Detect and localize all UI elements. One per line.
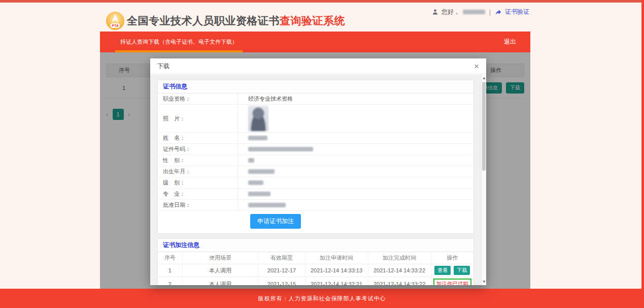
cert-field-row: 批准日期：: [158, 200, 473, 211]
annotation-cell-serial: 2: [158, 277, 182, 286]
annotation-cell-actions: 查看下载: [431, 264, 473, 277]
site-title-main: 全国专业技术人员职业资格证书: [127, 15, 280, 26]
tab-holder-query-download[interactable]: 持证人查询下载（含电子证书、电子文件下载）: [115, 32, 243, 52]
annotation-cell-scene: 本人调用: [182, 277, 258, 286]
pta-logo: PTA: [106, 12, 124, 30]
field-label: 出生年月：: [158, 166, 238, 177]
redacted-value: [248, 158, 254, 163]
annotation-cell-valid_until: 2021-12-17: [258, 264, 305, 277]
annotation-section-title: 证书加注信息: [158, 239, 473, 252]
lotus-icon: [110, 14, 121, 22]
field-label: 性 别：: [158, 155, 238, 166]
redacted-value: [248, 180, 263, 185]
field-value: [238, 200, 473, 210]
modal-body: 证书信息 职业资格：经济专业技术资格照 片：姓 名：证件号码：性 别：出生年月：…: [150, 75, 481, 285]
annotation-cell-serial: 1: [158, 264, 182, 277]
cert-verify-link[interactable]: 证书验证: [505, 8, 529, 16]
field-label: 专 业：: [158, 189, 238, 199]
annotation-column-header: 加注申请时间: [305, 252, 368, 264]
field-value: 经济专业技术资格: [238, 94, 473, 104]
redacted-value: [248, 147, 313, 151]
annotation-column-header: 有效期至: [258, 252, 305, 264]
modal-scrollbar[interactable]: [481, 75, 486, 285]
separator: |: [489, 9, 491, 16]
modal-header: 下载 ×: [150, 58, 486, 74]
annotation-cell-apply_time: 2021-12-14 14:32:21: [305, 277, 368, 286]
field-value: [238, 177, 473, 188]
apply-button-row: 申请证书加注: [158, 211, 473, 233]
annotation-cell-apply_time: 2021-12-14 14:33:13: [305, 264, 368, 277]
field-label: 级 别：: [158, 177, 238, 188]
annotation-tbody: 1本人调用2021-12-172021-12-14 14:33:132021-1…: [158, 264, 473, 286]
share-arrow-icon: [495, 9, 502, 16]
expired-highlight-box: 加注件已过期: [433, 279, 472, 285]
cert-info-section: 证书信息 职业资格：经济专业技术资格照 片：姓 名：证件号码：性 别：出生年月：…: [157, 80, 474, 234]
scrollbar-thumb[interactable]: [482, 82, 486, 171]
site-title: 全国专业技术人员职业资格证书查询验证系统: [127, 14, 345, 28]
annotation-cell-complete_time: 2021-12-14 14:33:22: [368, 277, 431, 286]
site-header: PTA 全国专业技术人员职业资格证书查询验证系统 您好， | 证书验证: [100, 3, 530, 32]
cert-info-section-title: 证书信息: [158, 80, 473, 94]
field-label: 证件号码：: [158, 144, 238, 155]
close-icon[interactable]: ×: [474, 62, 479, 71]
logo-text: PTA: [110, 23, 120, 28]
annotation-section: 证书加注信息 序号使用场景有效期至加注申请时间加注完成时间操作 1本人调用202…: [157, 238, 474, 285]
field-value: [238, 166, 473, 177]
field-label: 姓 名：: [158, 133, 238, 143]
download-modal: 下载 × 证书信息 职业资格：经济专业技术资格照 片：姓 名：证件号码：性 别：…: [150, 58, 486, 285]
annotation-column-header: 操作: [431, 252, 473, 264]
cert-field-row: 级 别：: [158, 177, 473, 189]
field-value: [238, 189, 473, 199]
redacted-value: [248, 192, 270, 196]
annotation-column-header: 使用场景: [182, 252, 258, 264]
field-value: [238, 105, 473, 132]
main-nav: 持证人查询下载（含电子证书、电子文件下载） 退出: [100, 32, 530, 52]
annotation-row: 1本人调用2021-12-172021-12-14 14:33:132021-1…: [158, 264, 473, 277]
cert-field-row: 专 业：: [158, 189, 473, 200]
redacted-username: [463, 10, 485, 14]
annotation-column-header: 序号: [158, 252, 182, 264]
cert-field-row: 照 片：: [158, 105, 473, 133]
field-value: [238, 155, 473, 166]
download-button[interactable]: 下载: [454, 266, 470, 275]
redacted-value: [248, 169, 275, 174]
site-title-accent: 查询验证系统: [280, 15, 345, 26]
logout-button[interactable]: 退出: [504, 32, 516, 52]
field-label: 批准日期：: [158, 200, 238, 210]
field-label: 照 片：: [158, 105, 238, 132]
cert-field-list: 职业资格：经济专业技术资格照 片：姓 名：证件号码：性 别：出生年月：级 别：专…: [158, 94, 473, 211]
field-label: 职业资格：: [158, 94, 238, 104]
annotation-column-header: 加注完成时间: [368, 252, 431, 264]
field-value: [238, 144, 473, 155]
annotation-header-row: 序号使用场景有效期至加注申请时间加注完成时间操作: [158, 252, 473, 264]
copyright-text: 版权所有：人力资源和社会保障部人事考试中心: [258, 295, 386, 302]
apply-annotation-button[interactable]: 申请证书加注: [250, 214, 301, 229]
active-tab-label: 持证人查询下载（含电子证书、电子文件下载）: [120, 38, 238, 46]
cert-field-row: 出生年月：: [158, 166, 473, 177]
annotation-cell-actions: 加注件已过期: [431, 277, 473, 286]
modal-title: 下载: [157, 62, 170, 71]
scroll-down-icon[interactable]: [483, 281, 486, 283]
user-area: 您好， | 证书验证: [432, 8, 529, 16]
right-accent-bar: [641, 0, 644, 308]
cert-field-row: 性 别：: [158, 155, 473, 166]
view-button[interactable]: 查看: [434, 266, 451, 275]
footer: 版权所有：人力资源和社会保障部人事考试中心: [0, 289, 644, 308]
redacted-value: [248, 203, 286, 207]
field-value: [238, 133, 473, 143]
scroll-up-icon[interactable]: [483, 77, 486, 79]
cert-field-row: 姓 名：: [158, 133, 473, 144]
annotation-table: 序号使用场景有效期至加注申请时间加注完成时间操作 1本人调用2021-12-17…: [158, 252, 473, 285]
certificate-photo: [248, 106, 268, 131]
cert-field-row: 职业资格：经济专业技术资格: [158, 94, 473, 105]
cert-field-row: 证件号码：: [158, 144, 473, 155]
greeting-text: 您好，: [442, 8, 460, 16]
annotation-cell-valid_until: 2021-12-15: [258, 277, 305, 286]
redacted-value: [248, 136, 267, 140]
brand: PTA 全国专业技术人员职业资格证书查询验证系统: [106, 12, 345, 30]
annotation-cell-complete_time: 2021-12-14 14:33:22: [368, 264, 431, 277]
annotation-row: 2本人调用2021-12-152021-12-14 14:32:212021-1…: [158, 277, 473, 286]
annotation-cell-scene: 本人调用: [182, 264, 258, 277]
top-accent-bar: [0, 0, 644, 3]
user-icon: [432, 9, 438, 15]
